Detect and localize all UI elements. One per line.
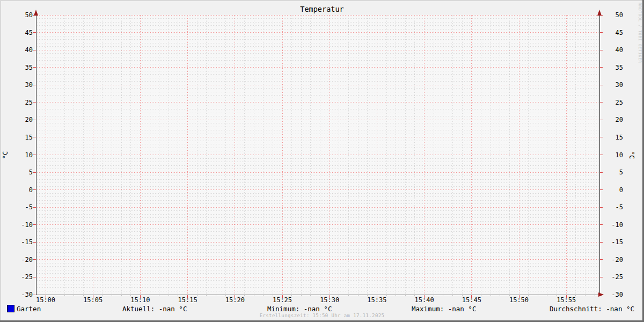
chart-title: Temperatur <box>0 5 644 13</box>
y-axis-tick-label-right: -30 <box>611 291 623 298</box>
stat-minimum: Minimum: -nan °C <box>267 305 332 313</box>
x-axis-tick-label: 15:20 <box>225 296 245 304</box>
y-axis-tick-label-left: 40 <box>25 46 33 54</box>
y-axis-tick-label-right: 10 <box>616 151 623 159</box>
x-axis-tick-label: 15:25 <box>273 296 292 304</box>
x-axis-tick-label: 15:00 <box>36 296 55 304</box>
x-axis-tick-label: 15:40 <box>415 296 434 304</box>
y-axis-tick-label-left: 25 <box>25 99 33 106</box>
chart-plot-area: 5050454540403535303025252020151510105500… <box>0 0 644 322</box>
y-axis-tick-label-right: 20 <box>616 116 623 123</box>
x-axis-tick-label: 15:30 <box>320 296 339 304</box>
y-axis-tick-label-right: -15 <box>611 238 623 246</box>
y-axis-tick-label-left: 5 <box>29 169 33 176</box>
y-axis-tick-label-left: 15 <box>25 134 33 141</box>
y-axis-tick-label-right: 35 <box>616 64 623 71</box>
stat-durchschnitt: Durchschnitt: -nan °C <box>550 305 634 313</box>
y-axis-tick-label-left: 45 <box>25 29 33 36</box>
y-axis-tick-label-right: -10 <box>611 221 623 229</box>
y-axis-tick-label-right: -25 <box>611 273 623 281</box>
frame-border-left <box>0 0 1 322</box>
y-axis-tick-label-right: 45 <box>616 29 623 36</box>
y-axis-tick-label-left: -30 <box>21 291 33 298</box>
x-axis-arrow <box>598 292 604 297</box>
y-axis-tick-label-left: -20 <box>21 256 33 264</box>
legend-color-swatch <box>7 305 14 312</box>
x-axis-tick-label: 15:50 <box>509 296 529 304</box>
legend-row: Garten Aktuell: -nan °C Minimum: -nan °C… <box>0 304 644 313</box>
y-axis-tick-label-right: 15 <box>616 134 623 141</box>
y-axis-tick-label-left: 10 <box>25 151 33 159</box>
y-axis-tick-label-left: -5 <box>25 203 33 211</box>
legend-series-label: Garten <box>17 305 41 313</box>
y-axis-label-left: °C <box>2 146 9 164</box>
y-axis-tick-label-right: 0 <box>619 186 623 194</box>
rrdtool-watermark: RRDTOOL / TOBI OETIKER <box>638 3 642 63</box>
y-axis-tick-label-right: 25 <box>616 99 623 106</box>
y-axis-tick-label-right: 40 <box>616 46 623 54</box>
y-axis-tick-label-left: 30 <box>25 81 33 89</box>
y-axis-tick-label-right: 5 <box>619 169 623 176</box>
y-axis-tick-label-left: 0 <box>29 186 33 194</box>
x-axis-tick-label: 15:05 <box>83 296 103 304</box>
y-axis-tick-label-left: -10 <box>21 221 33 229</box>
x-axis-tick-label: 15:45 <box>462 296 481 304</box>
y-axis-tick-label-left: 20 <box>25 116 33 123</box>
stat-maximum: Maximum: -nan °C <box>412 305 476 313</box>
creation-time-note: Erstellungszeit: 15:50 Uhr am 17.11.2025 <box>0 313 644 318</box>
stat-aktuell: Aktuell: -nan °C <box>122 305 187 313</box>
x-axis-tick-label: 15:35 <box>367 296 386 304</box>
y-axis-tick-label-right: 30 <box>616 81 623 89</box>
x-axis-tick-label: 15:10 <box>130 296 150 304</box>
y-axis-label-right: °C <box>628 146 635 164</box>
rrdtool-graph: 5050454540403535303025252020151510105500… <box>0 0 644 322</box>
y-axis-tick-label-left: -15 <box>21 238 33 246</box>
frame-border-top <box>0 0 644 1</box>
x-axis-tick-label: 15:55 <box>557 296 576 304</box>
y-axis-tick-label-left: 35 <box>25 64 33 71</box>
x-axis-tick-label: 15:15 <box>178 296 197 304</box>
y-axis-tick-label-right: -20 <box>611 256 623 264</box>
y-axis-tick-label-left: -25 <box>21 273 33 281</box>
y-axis-tick-label-right: -5 <box>616 203 623 211</box>
